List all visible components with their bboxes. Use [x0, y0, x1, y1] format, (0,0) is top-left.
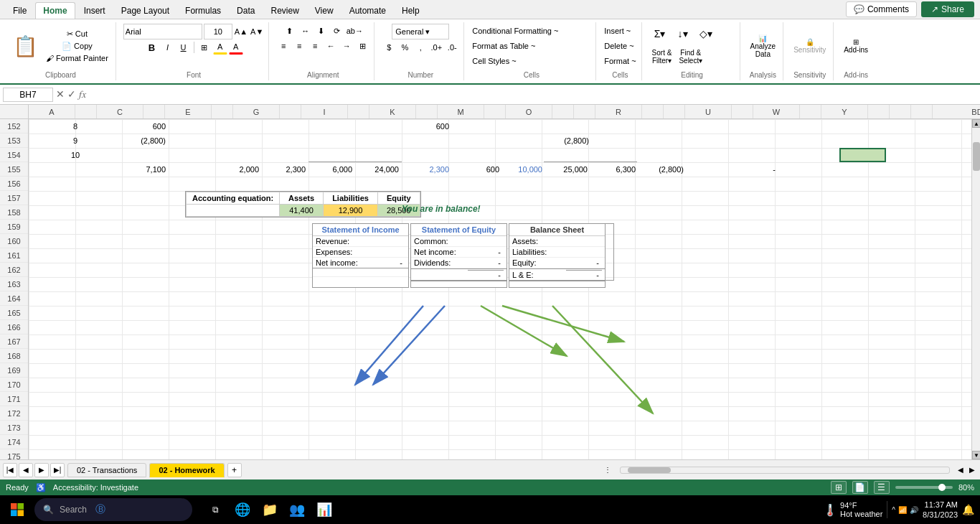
- tab-automate[interactable]: Automate: [342, 3, 393, 19]
- sheet-nav-next[interactable]: ▶: [34, 463, 49, 477]
- col-header-i[interactable]: I: [301, 105, 348, 118]
- row-num-168[interactable]: 168: [0, 349, 28, 363]
- number-format-selector[interactable]: General ▾: [392, 24, 449, 39]
- vertical-scrollbar[interactable]: ▲ ▼: [971, 119, 980, 459]
- row-num-157[interactable]: 157: [0, 191, 28, 205]
- cell-e153[interactable]: (2,800): [122, 134, 169, 148]
- col-header-x[interactable]: [800, 105, 821, 118]
- sheet-nav-last[interactable]: ▶|: [50, 463, 65, 477]
- balance-equity-val[interactable]: -: [566, 258, 602, 267]
- borders-button[interactable]: ⊞: [197, 40, 212, 55]
- sheet-options-button[interactable]: ⋮: [604, 465, 614, 475]
- analyze-data-button[interactable]: 📊AnalyzeData: [748, 33, 779, 60]
- sort-filter-button[interactable]: Sort &Filter▾: [649, 47, 675, 66]
- row-num-159[interactable]: 159: [0, 220, 28, 234]
- tab-review[interactable]: Review: [263, 3, 306, 19]
- percent-button[interactable]: %: [397, 40, 412, 55]
- taskbar-excel-icon[interactable]: 📊: [313, 498, 336, 521]
- tab-data[interactable]: Data: [230, 3, 262, 19]
- windows-start-button[interactable]: [6, 498, 29, 521]
- comments-button[interactable]: 💬 Comments: [846, 1, 917, 17]
- cell-e155[interactable]: 7,100: [122, 162, 169, 177]
- underline-button[interactable]: U: [176, 40, 191, 55]
- align-center-button[interactable]: ≡: [292, 39, 306, 53]
- col-header-r[interactable]: R: [595, 105, 642, 118]
- add-sheet-button[interactable]: +: [227, 463, 242, 477]
- format-button[interactable]: Format ~: [603, 54, 636, 68]
- col-header-q[interactable]: [574, 105, 595, 118]
- font-color-button[interactable]: A: [229, 40, 243, 55]
- scroll-thumb-h[interactable]: [628, 467, 671, 473]
- scroll-left-btn[interactable]: ◀: [956, 465, 966, 475]
- delete-button[interactable]: Delete ~: [603, 39, 634, 53]
- col-header-h[interactable]: [280, 105, 301, 118]
- align-right-button[interactable]: ≡: [308, 39, 322, 53]
- col-header-e[interactable]: E: [165, 105, 212, 118]
- col-header-c[interactable]: C: [97, 105, 143, 118]
- row-num-170[interactable]: 170: [0, 378, 28, 392]
- col-header-y[interactable]: Y: [821, 105, 868, 118]
- col-header-o[interactable]: O: [506, 105, 552, 118]
- cell-c153[interactable]: 9: [65, 134, 86, 148]
- row-num-172[interactable]: 172: [0, 406, 28, 421]
- col-header-v[interactable]: [732, 105, 753, 118]
- sheet-tab-transactions[interactable]: 02 - Transactions: [67, 463, 146, 477]
- italic-button[interactable]: I: [161, 40, 175, 55]
- col-header-t[interactable]: [664, 105, 685, 118]
- col-header-n[interactable]: [484, 105, 506, 118]
- align-left-button[interactable]: ≡: [276, 39, 291, 53]
- find-select-button[interactable]: Find &Select▾: [676, 47, 705, 66]
- col-header-f[interactable]: [212, 105, 233, 118]
- function-icon[interactable]: 𝑓𝑥: [79, 88, 86, 100]
- add-ins-button[interactable]: ⊞Add-ins: [841, 37, 871, 55]
- scroll-right-btn[interactable]: ▶: [967, 465, 977, 475]
- row-num-167[interactable]: 167: [0, 334, 28, 349]
- increase-font-button[interactable]: A▲: [234, 24, 248, 39]
- comma-button[interactable]: ,: [413, 40, 428, 55]
- cell-r152[interactable]: 600: [405, 119, 452, 134]
- autosum-button[interactable]: Σ▾: [649, 27, 671, 41]
- cell-bd155[interactable]: -: [732, 162, 778, 177]
- row-num-155[interactable]: 155: [0, 162, 28, 177]
- wrap-text-button[interactable]: ab→: [346, 24, 364, 38]
- horizontal-scrollbar[interactable]: [620, 467, 950, 474]
- col-header-z[interactable]: [868, 105, 890, 118]
- cell-reference-input[interactable]: [3, 88, 53, 102]
- page-layout-view-button[interactable]: 📄: [852, 481, 868, 494]
- row-num-173[interactable]: 173: [0, 421, 28, 435]
- row-num-169[interactable]: 169: [0, 363, 28, 378]
- col-header-d[interactable]: [143, 105, 165, 118]
- row-num-161[interactable]: 161: [0, 248, 28, 263]
- increase-decimal-button[interactable]: .0+: [429, 40, 443, 55]
- cell-bh154[interactable]: [839, 148, 886, 162]
- sheet-nav-prev[interactable]: ◀: [19, 463, 33, 477]
- volume-icon[interactable]: 🔊: [910, 506, 918, 514]
- row-num-165[interactable]: 165: [0, 306, 28, 320]
- col-header-b[interactable]: [75, 105, 97, 118]
- tab-help[interactable]: Help: [395, 3, 427, 19]
- confirm-formula-icon[interactable]: ✓: [67, 88, 76, 100]
- cell-w155[interactable]: (2,800): [640, 162, 687, 177]
- scroll-up-btn[interactable]: ▲: [972, 119, 980, 128]
- font-name-input[interactable]: [123, 24, 202, 39]
- notification-button[interactable]: 🔔: [962, 504, 974, 515]
- cell-o155[interactable]: 10,000: [499, 162, 545, 177]
- col-header-u[interactable]: U: [685, 105, 732, 118]
- col-header-w[interactable]: W: [753, 105, 800, 118]
- col-header-aa[interactable]: [890, 105, 911, 118]
- copy-button[interactable]: 📄 Copy: [43, 41, 111, 52]
- cell-h155[interactable]: 2,300: [262, 162, 308, 177]
- cell-k155[interactable]: 6,000: [308, 162, 355, 177]
- row-num-160[interactable]: 160: [0, 234, 28, 248]
- cell-w153[interactable]: (2,800): [545, 134, 592, 148]
- text-direction-button[interactable]: ⟳: [330, 24, 344, 38]
- currency-button[interactable]: $: [382, 40, 396, 55]
- format-as-table-button[interactable]: Format as Table ~: [471, 39, 591, 53]
- insert-button[interactable]: Insert ~: [603, 24, 631, 38]
- tab-home[interactable]: Home: [35, 2, 75, 19]
- acct-liab-val[interactable]: 12,900: [324, 205, 378, 217]
- scroll-thumb-v[interactable]: [973, 142, 980, 171]
- taskbar-task-view[interactable]: ⧉: [204, 498, 227, 521]
- col-header-j[interactable]: [348, 105, 369, 118]
- col-header-p[interactable]: [552, 105, 574, 118]
